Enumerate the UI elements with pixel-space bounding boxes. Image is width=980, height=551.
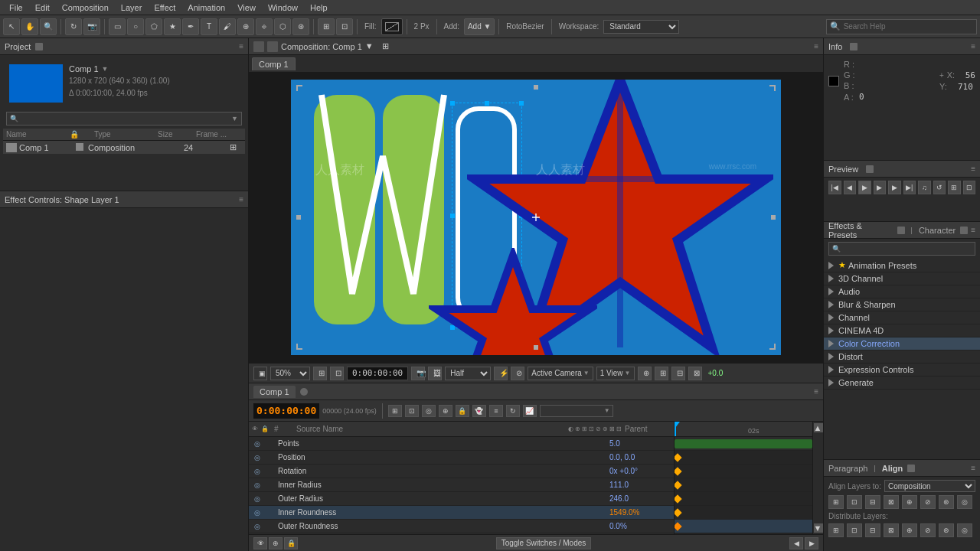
comp-dropdown-btn[interactable]: ▼ xyxy=(365,41,376,52)
align-extra-1[interactable]: ⊛ xyxy=(939,495,954,509)
select-tool[interactable]: ↖ xyxy=(3,18,20,35)
camera-tool[interactable]: 📷 xyxy=(83,18,100,35)
prev-ram-btn[interactable]: ▶ xyxy=(858,181,871,194)
effects-search-box[interactable]: 🔍 xyxy=(828,242,975,256)
snapping-toggle[interactable]: ⊞ xyxy=(318,18,335,35)
comp-expand-btn[interactable]: ⊞ xyxy=(382,41,393,52)
kf-inner-radius[interactable] xyxy=(675,494,682,503)
prop-inner-radius-value[interactable]: 111.0 xyxy=(609,481,671,489)
tl-solo[interactable]: ⊕ xyxy=(439,405,452,417)
menu-help[interactable]: Help xyxy=(304,3,334,12)
text-tool[interactable]: T xyxy=(201,18,217,35)
brush-tool[interactable]: 🖌 xyxy=(219,18,236,35)
tl-preview-opts[interactable]: ⊞ xyxy=(388,405,402,417)
project-search[interactable]: 🔍 ▼ xyxy=(6,112,242,126)
kf-position[interactable] xyxy=(675,467,682,475)
tl-refresh[interactable]: ↻ xyxy=(506,405,520,417)
menu-animation[interactable]: Animation xyxy=(181,3,231,12)
align-to-select[interactable]: Composition Selection Layer xyxy=(884,480,975,492)
comp1-settings[interactable]: ⊞ xyxy=(230,142,242,152)
effects-close-btn[interactable] xyxy=(897,227,905,234)
cat-audio[interactable]: Audio xyxy=(824,285,980,298)
roto-tool[interactable]: ⬡ xyxy=(274,18,291,35)
scroll-up-btn[interactable]: ▲ xyxy=(814,423,823,432)
tl-shy[interactable]: 👻 xyxy=(472,405,486,417)
char-close-btn[interactable] xyxy=(960,227,968,234)
align-right-btn[interactable]: ⊟ xyxy=(865,495,880,509)
show-snapshot-btn[interactable]: 🖼 xyxy=(428,367,442,380)
dist-left-btn[interactable]: ⊞ xyxy=(828,523,844,537)
info-menu-btn[interactable]: ≡ xyxy=(971,42,975,51)
dist-center-h-btn[interactable]: ⊡ xyxy=(847,523,862,537)
cat-animation-presets[interactable]: ★ Animation Presets xyxy=(824,259,980,272)
preview-close-btn[interactable] xyxy=(866,165,874,173)
menu-view[interactable]: View xyxy=(231,3,262,12)
effects-search-input[interactable] xyxy=(841,245,972,253)
cat-blur-sharpen[interactable]: Blur & Sharpen xyxy=(824,298,980,311)
paragraph-tab[interactable]: Paragraph xyxy=(828,464,867,473)
cat-expression-controls[interactable]: Expression Controls xyxy=(824,364,980,377)
menu-edit[interactable]: Edit xyxy=(29,3,56,12)
menu-composition[interactable]: Composition xyxy=(56,3,115,12)
prev-fwd-btn[interactable]: ▶ xyxy=(888,181,901,194)
view-flow-btn[interactable]: ⊠ xyxy=(688,367,702,380)
preview-menu-btn[interactable]: ≡ xyxy=(971,165,975,173)
prev-audio-btn[interactable]: ♫ xyxy=(918,181,931,194)
prop-outer-roundness-value[interactable]: 0.0% xyxy=(609,522,671,530)
dist-extra-2[interactable]: ◎ xyxy=(957,523,972,537)
tl-lock[interactable]: 🔒 xyxy=(456,405,469,417)
tl-render[interactable]: ⊡ xyxy=(405,405,419,417)
view-3d-btn[interactable]: ⊟ xyxy=(671,367,685,380)
cat-3d-channel[interactable]: 3D Channel xyxy=(824,272,980,285)
align-tab[interactable]: Align xyxy=(882,464,903,473)
clone-tool[interactable]: ⊕ xyxy=(237,18,254,35)
playhead[interactable] xyxy=(675,422,676,436)
polygon-tool[interactable]: ⬠ xyxy=(145,18,162,35)
rect-tool[interactable]: ▭ xyxy=(109,18,126,35)
rotate-tool[interactable]: ↻ xyxy=(65,18,82,35)
eraser-tool[interactable]: ⎆ xyxy=(256,18,273,35)
view-dropdown[interactable]: 1 View ▼ xyxy=(596,367,635,380)
kf-rotation[interactable] xyxy=(675,481,682,489)
zoom-select[interactable]: 50% 100% 25% xyxy=(270,367,310,380)
align-bottom-btn[interactable]: ⊘ xyxy=(920,495,936,509)
cat-cinema4d[interactable]: CINEMA 4D xyxy=(824,324,980,337)
star-tool[interactable]: ★ xyxy=(164,18,181,35)
cat-channel[interactable]: Channel xyxy=(824,311,980,324)
align-close-btn[interactable] xyxy=(907,465,915,472)
project-search-filter[interactable]: ▼ xyxy=(231,115,238,122)
timeline-timecode[interactable]: 0:00:00:00 xyxy=(253,403,319,419)
fill-color[interactable] xyxy=(381,18,403,35)
3d-snap[interactable]: ⊡ xyxy=(336,18,353,35)
ellipse-tool[interactable]: ○ xyxy=(127,18,144,35)
align-center-h-btn[interactable]: ⊡ xyxy=(847,495,862,509)
prev-option-btn[interactable]: ⊡ xyxy=(963,181,976,194)
kf-points[interactable] xyxy=(675,453,682,461)
align-center-v-btn[interactable]: ⊕ xyxy=(902,495,917,509)
help-search-input[interactable] xyxy=(844,22,973,31)
menu-file[interactable]: File xyxy=(3,3,29,12)
snapshot-btn[interactable]: 📷 xyxy=(411,367,425,380)
dist-top-btn[interactable]: ⊠ xyxy=(884,523,899,537)
comp-snap-btn[interactable] xyxy=(267,41,278,52)
prev-play-btn[interactable]: ▶ xyxy=(874,181,887,194)
view-split-btn[interactable]: ⊞ xyxy=(655,367,668,380)
info-close-btn[interactable] xyxy=(850,43,858,51)
tl-solo-toggle[interactable]: ⊕ xyxy=(269,537,283,549)
toggle-switches-btn[interactable]: Toggle Switches / Modes xyxy=(496,537,592,549)
tl-frame-blend[interactable]: ≡ xyxy=(489,405,503,417)
kf-inner-roundness[interactable] xyxy=(675,522,682,530)
cat-distort[interactable]: Distort xyxy=(824,350,980,364)
effects-menu-btn[interactable]: ≡ xyxy=(971,226,975,234)
cat-generate[interactable]: Generate xyxy=(824,377,980,390)
hand-tool[interactable]: ✋ xyxy=(21,18,38,35)
view-options-btn[interactable]: ⊕ xyxy=(638,367,652,380)
dist-bottom-btn[interactable]: ⊘ xyxy=(920,523,936,537)
comp-menu-btn[interactable]: ≡ xyxy=(814,42,818,51)
tl-search-input[interactable] xyxy=(543,406,604,415)
comp1-tab[interactable]: Comp 1 xyxy=(252,57,296,70)
tl-layer-lock[interactable]: 🔒 xyxy=(284,537,298,549)
kf-outer-radius[interactable] xyxy=(675,508,682,517)
tl-search-box[interactable]: ▼ xyxy=(540,405,613,417)
tl-go-end[interactable]: ▶ xyxy=(805,537,818,549)
